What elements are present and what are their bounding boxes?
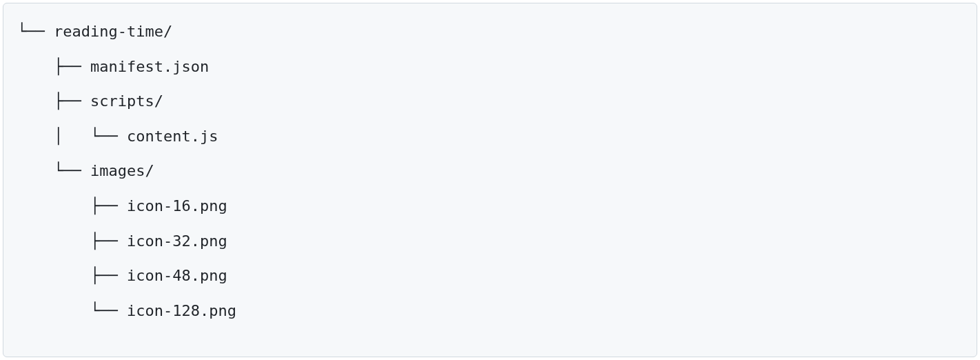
tree-line: ├── icon-16.png: [17, 197, 227, 214]
tree-line: ├── manifest.json: [17, 58, 209, 75]
tree-line: │ └── content.js: [17, 128, 218, 145]
file-tree-block: └── reading-time/ ├── manifest.json ├── …: [3, 3, 977, 357]
tree-line: └── icon-128.png: [17, 302, 236, 319]
tree-line: ├── icon-32.png: [17, 232, 227, 250]
tree-line: ├── icon-48.png: [17, 267, 227, 284]
tree-line: └── reading-time/: [17, 23, 172, 40]
tree-line: ├── scripts/: [17, 92, 163, 110]
tree-line: └── images/: [17, 162, 154, 179]
